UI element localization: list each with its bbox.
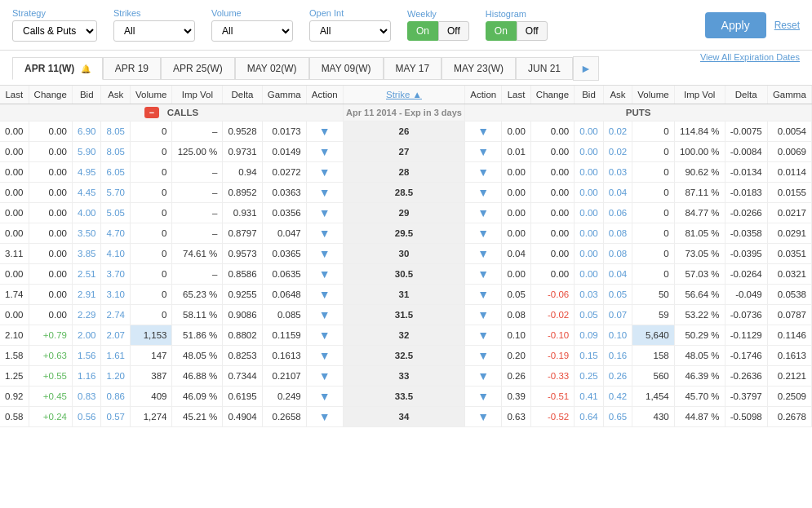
puts-action-arrow[interactable]: ▼ (477, 247, 489, 260)
puts-action-arrow[interactable]: ▼ (477, 227, 489, 240)
puts-action[interactable]: ▼ (465, 264, 502, 285)
strategy-select[interactable]: Calls & Puts Calls Puts (12, 20, 97, 42)
calls-action-arrow[interactable]: ▼ (319, 288, 331, 301)
calls-action[interactable]: ▼ (306, 142, 343, 162)
puts-action-arrow[interactable]: ▼ (477, 410, 489, 423)
calls-action[interactable]: ▼ (306, 121, 343, 142)
puts-action[interactable]: ▼ (465, 162, 502, 183)
calls-action-arrow[interactable]: ▼ (319, 186, 331, 199)
exp-label: Apr 11 2014 - Exp in 3 days (343, 104, 464, 121)
puts-action[interactable]: ▼ (465, 203, 502, 223)
puts-bid: 0.00 (575, 264, 604, 285)
puts-action[interactable]: ▼ (465, 366, 502, 387)
volume-select[interactable]: All 100+ 500+ (211, 20, 293, 42)
expiry-tab-apr11w[interactable]: APR 11(W) 🔔 (12, 57, 103, 80)
weekly-on-button[interactable]: On (407, 21, 438, 41)
puts-delta: -0.2636 (725, 366, 767, 387)
puts-action-arrow[interactable]: ▼ (477, 206, 489, 219)
calls-action-arrow[interactable]: ▼ (319, 227, 331, 240)
puts-action[interactable]: ▼ (465, 285, 502, 305)
puts-action[interactable]: ▼ (465, 407, 502, 427)
calls-action[interactable]: ▼ (306, 264, 343, 285)
calls-action[interactable]: ▼ (306, 285, 343, 305)
weekly-off-button[interactable]: Off (438, 21, 469, 41)
puts-action[interactable]: ▼ (465, 142, 502, 162)
calls-action-arrow[interactable]: ▼ (319, 349, 331, 362)
calls-action[interactable]: ▼ (306, 325, 343, 346)
puts-action-arrow[interactable]: ▼ (477, 288, 489, 301)
calls-action-arrow[interactable]: ▼ (319, 125, 331, 138)
puts-action-arrow[interactable]: ▼ (477, 145, 489, 158)
calls-action[interactable]: ▼ (306, 305, 343, 325)
calls-action-arrow[interactable]: ▼ (319, 410, 331, 423)
apply-button[interactable]: Apply (705, 12, 766, 38)
histogram-off-button[interactable]: Off (517, 21, 548, 41)
puts-delta: -0.049 (725, 285, 767, 305)
puts-bid: 0.15 (575, 346, 604, 366)
calls-impvol: 58.11 % (172, 305, 223, 325)
puts-action-arrow[interactable]: ▼ (477, 125, 489, 138)
expiry-tab-apr25w[interactable]: APR 25(W) (161, 57, 235, 80)
expiry-tab-may02w[interactable]: MAY 02(W) (235, 57, 309, 80)
calls-action-arrow[interactable]: ▼ (319, 247, 331, 260)
expiry-tab-apr19[interactable]: APR 19 (103, 57, 161, 80)
calls-action-arrow[interactable]: ▼ (319, 329, 331, 342)
view-all-dates-link[interactable]: View All Expiration Dates (700, 52, 800, 62)
puts-action[interactable]: ▼ (465, 183, 502, 203)
calls-action-arrow[interactable]: ▼ (319, 369, 331, 382)
puts-action-arrow[interactable]: ▼ (477, 267, 489, 281)
calls-change: 0.00 (29, 264, 72, 285)
calls-action[interactable]: ▼ (306, 183, 343, 203)
calls-action[interactable]: ▼ (306, 223, 343, 244)
puts-action-arrow[interactable]: ▼ (477, 369, 489, 382)
openint-select[interactable]: All 100+ 500+ (309, 20, 391, 42)
col-header-strike[interactable]: Strike ▲ (343, 86, 464, 104)
expiry-tab-may09w[interactable]: MAY 09(W) (309, 57, 384, 80)
puts-action[interactable]: ▼ (465, 387, 502, 407)
strikes-select[interactable]: All 5 10 (113, 20, 195, 42)
calls-change: 0.00 (29, 244, 72, 264)
puts-action-arrow[interactable]: ▼ (477, 329, 489, 342)
strikes-label: Strikes (113, 8, 195, 18)
expiry-tab-jun21[interactable]: JUN 21 (516, 57, 573, 80)
puts-last: 0.00 (502, 223, 531, 244)
puts-action-arrow[interactable]: ▼ (477, 349, 489, 362)
reset-button[interactable]: Reset (774, 20, 800, 31)
calls-action[interactable]: ▼ (306, 407, 343, 427)
calls-action[interactable]: ▼ (306, 346, 343, 366)
expiry-next-arrow[interactable]: ► (573, 56, 599, 81)
calls-action[interactable]: ▼ (306, 387, 343, 407)
col-header-impvol-puts: Imp Vol (674, 86, 725, 104)
collapse-calls-button[interactable]: − (144, 107, 159, 118)
puts-action-arrow[interactable]: ▼ (477, 186, 489, 199)
calls-action[interactable]: ▼ (306, 244, 343, 264)
puts-action[interactable]: ▼ (465, 346, 502, 366)
histogram-on-button[interactable]: On (486, 21, 517, 41)
puts-impvol: 45.70 % (674, 387, 725, 407)
puts-gamma: 0.0291 (767, 223, 811, 244)
puts-bid: 0.41 (575, 387, 604, 407)
calls-action-arrow[interactable]: ▼ (319, 390, 331, 403)
puts-action[interactable]: ▼ (465, 244, 502, 264)
calls-action[interactable]: ▼ (306, 162, 343, 183)
calls-ask: 0.86 (101, 387, 131, 407)
expiry-tab-may17[interactable]: MAY 17 (384, 57, 442, 80)
calls-action-arrow[interactable]: ▼ (319, 145, 331, 158)
calls-action[interactable]: ▼ (306, 203, 343, 223)
calls-action-arrow[interactable]: ▼ (319, 206, 331, 219)
puts-action[interactable]: ▼ (465, 325, 502, 346)
calls-last: 1.58 (0, 346, 29, 366)
puts-action-arrow[interactable]: ▼ (477, 308, 489, 321)
puts-action-arrow[interactable]: ▼ (477, 390, 489, 403)
expiry-tab-may23w[interactable]: MAY 23(W) (441, 57, 516, 80)
puts-impvol: 84.77 % (674, 203, 725, 223)
puts-ask: 0.08 (603, 223, 632, 244)
puts-action[interactable]: ▼ (465, 121, 502, 142)
puts-action[interactable]: ▼ (465, 305, 502, 325)
calls-action-arrow[interactable]: ▼ (319, 308, 331, 321)
puts-action-arrow[interactable]: ▼ (477, 166, 489, 179)
calls-action-arrow[interactable]: ▼ (319, 166, 331, 179)
puts-action[interactable]: ▼ (465, 223, 502, 244)
calls-action[interactable]: ▼ (306, 366, 343, 387)
calls-action-arrow[interactable]: ▼ (319, 267, 331, 281)
